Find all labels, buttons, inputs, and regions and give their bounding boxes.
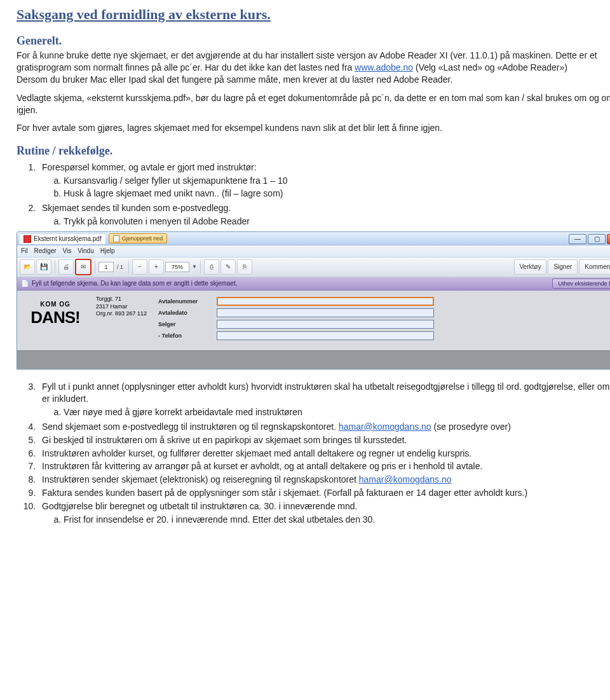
text: Fyll ut i punkt annet (opplysninger ette… <box>42 381 610 404</box>
menu-fil[interactable]: Fil <box>21 247 28 256</box>
form-fields: Avtalenummer Avtaledato Selger - Telefon <box>158 297 610 345</box>
field-label: - Telefon <box>158 332 213 340</box>
ordered-list-bottom: Fyll ut i punkt annet (opplysninger ette… <box>38 381 610 526</box>
email-icon[interactable]: ✉ <box>75 259 92 275</box>
form-row: Selger <box>158 320 610 329</box>
separator <box>95 261 95 273</box>
text: (Velg «Last ned» og «Adobe Reader») <box>416 62 567 72</box>
restore-label: Gjenopprett ned <box>122 235 163 242</box>
sub-list: Trykk på konvoluten i menyen til Adobe R… <box>64 216 610 228</box>
document-page: Saksgang ved formidling av eksterne kurs… <box>0 0 610 547</box>
list-item: Faktura sendes kunden basert på de opply… <box>38 487 610 499</box>
menu-hjelp[interactable]: Hjelp <box>100 247 115 256</box>
restore-strip[interactable]: Gjenopprett ned <box>109 233 168 244</box>
tool-icon[interactable]: ⎘ <box>237 259 252 275</box>
list-item: Instruktøren sender skjemaet (elektronis… <box>38 474 610 486</box>
text: Dersom du bruker Mac eller Ipad skal det… <box>17 74 452 85</box>
page-current-input[interactable]: 1 <box>98 262 114 272</box>
form-info-bar: 📄 Fyll ut følgende skjema. Du kan lagre … <box>17 277 610 291</box>
form-row: Avtaledato <box>158 308 610 317</box>
paragraph-2: Vedlagte skjema, «eksternt kursskjema.pd… <box>17 92 610 116</box>
avtaledato-field[interactable] <box>217 308 434 317</box>
separator <box>200 261 201 273</box>
link-email-1[interactable]: hamar@komogdans.no <box>339 422 431 432</box>
highlight-fields-button[interactable]: Uthev eksisterende felt <box>552 278 610 289</box>
address-block: Torggt. 71 2317 Hamar Org.nr. 893 267 11… <box>96 296 147 345</box>
list-item: Forespørsel kommer, og avtale er gjort m… <box>38 161 610 200</box>
addr-line: Org.nr. 893 267 112 <box>96 310 147 318</box>
addr-line: Torggt. 71 <box>96 296 147 303</box>
list-item: Vær nøye med å gjøre korrekt arbeidavtal… <box>64 406 610 418</box>
pdf-icon <box>24 235 31 243</box>
zoom-out-icon[interactable]: − <box>132 259 147 275</box>
avtalenummer-field[interactable] <box>217 297 434 306</box>
paragraph-1: For å kunne bruke dette nye skjemaet, er… <box>17 50 610 86</box>
zoom-level[interactable]: 75% <box>165 262 189 272</box>
tool-icon[interactable]: ⎙ <box>204 259 219 275</box>
page-total: / 1 <box>117 263 123 271</box>
separator <box>128 261 129 273</box>
menu-vindu[interactable]: Vindu <box>78 247 93 256</box>
logo-main: DANS! <box>30 308 79 327</box>
text: Send skjemaet som e-postvedlegg til inst… <box>42 422 339 432</box>
close-button[interactable]: ✕ <box>607 234 610 244</box>
comment-button[interactable]: Kommentar <box>579 259 610 275</box>
list-item: Frist for innsendelse er 20. i inneværen… <box>64 514 610 526</box>
menu-vis[interactable]: Vis <box>63 247 72 256</box>
menu-rediger[interactable]: Rediger <box>34 247 57 256</box>
ordered-list-top: Forespørsel kommer, og avtale er gjort m… <box>38 161 610 228</box>
page-title: Saksgang ved formidling av eksterne kurs… <box>17 5 610 24</box>
logo-block: KOM OG DANS! <box>26 296 85 333</box>
sign-button[interactable]: Signer <box>548 259 578 275</box>
text: Skjemaet sendes til kunden som e-postved… <box>42 203 231 213</box>
field-label: Selger <box>158 320 213 328</box>
save-icon[interactable]: 💾 <box>36 259 51 275</box>
section-generelt: Generelt. <box>17 33 610 48</box>
list-item: Kursansvarlig / selger fyller ut skjemap… <box>64 175 610 187</box>
toolbar: 📂 💾 🖨 ✉ 1 / 1 − + 75% ▼ ⎙ ✎ ⎘ Verktøy Si… <box>17 257 610 277</box>
sheet-icon <box>113 235 119 242</box>
print-icon[interactable]: 🖨 <box>58 259 74 275</box>
link-email-2[interactable]: hamar@komogdans.no <box>359 474 452 484</box>
sub-list: Kursansvarlig / selger fyller ut skjemap… <box>64 175 610 200</box>
tool-icon[interactable]: ✎ <box>220 259 236 275</box>
paragraph-3: For hver avtale som gjøres, lagres skjem… <box>17 122 610 134</box>
separator <box>55 261 55 273</box>
logo-top: KOM OG <box>40 301 71 308</box>
tools-button[interactable]: Verktøy <box>514 259 547 275</box>
adobe-reader-window: Eksternt kursskjema.pdf Gjenopprett ned … <box>17 231 610 369</box>
text: Instruktøren sender skjemaet (elektronis… <box>42 474 359 484</box>
sub-list: Vær nøye med å gjøre korrekt arbeidavtal… <box>64 406 610 418</box>
zoom-in-icon[interactable]: + <box>149 259 164 275</box>
minimize-button[interactable]: — <box>569 234 586 244</box>
form-info-text: Fyll ut følgende skjema. Du kan lagre da… <box>32 279 238 288</box>
pdf-content-area: KOM OG DANS! Torggt. 71 2317 Hamar Org.n… <box>17 291 610 350</box>
list-item: Fyll ut i punkt annet (opplysninger ette… <box>38 381 610 418</box>
form-row: Avtalenummer <box>158 297 610 306</box>
selger-field[interactable] <box>217 320 434 329</box>
telefon-field[interactable] <box>217 331 434 340</box>
link-adobe[interactable]: www.adobe.no <box>355 62 413 72</box>
list-item: Skjemaet sendes til kunden som e-postved… <box>38 202 610 228</box>
text: Godtgjørelse blir beregnet og utbetalt t… <box>42 501 357 511</box>
list-item: Send skjemaet som e-postvedlegg til inst… <box>38 421 610 433</box>
list-item: Gi beskjed til instruktøren om å skrive … <box>38 434 610 446</box>
addr-line: 2317 Hamar <box>96 303 147 311</box>
maximize-button[interactable]: ▢ <box>588 234 606 244</box>
open-icon[interactable]: 📂 <box>20 259 35 275</box>
file-tab[interactable]: Eksternt kursskjema.pdf <box>19 233 106 244</box>
field-label: Avtalenummer <box>158 298 213 305</box>
list-item: Instruktøren avholder kurset, og fullfør… <box>38 448 610 460</box>
field-label: Avtaledato <box>158 309 213 317</box>
section-rutine: Rutine / rekkefølge. <box>17 143 610 158</box>
pdf-margin-area <box>17 350 610 369</box>
sub-list: Frist for innsendelse er 20. i inneværen… <box>64 514 610 526</box>
title-bar: Eksternt kursskjema.pdf Gjenopprett ned … <box>17 232 610 245</box>
window-buttons: — ▢ ✕ <box>569 233 610 244</box>
chevron-down-icon[interactable]: ▼ <box>192 264 197 271</box>
list-item: Godtgjørelse blir beregnet og utbetalt t… <box>38 500 610 526</box>
text: (se prosedyre over) <box>434 422 511 432</box>
form-row: - Telefon <box>158 331 610 340</box>
text: Forespørsel kommer, og avtale er gjort m… <box>42 162 257 172</box>
file-name: Eksternt kursskjema.pdf <box>34 235 102 244</box>
